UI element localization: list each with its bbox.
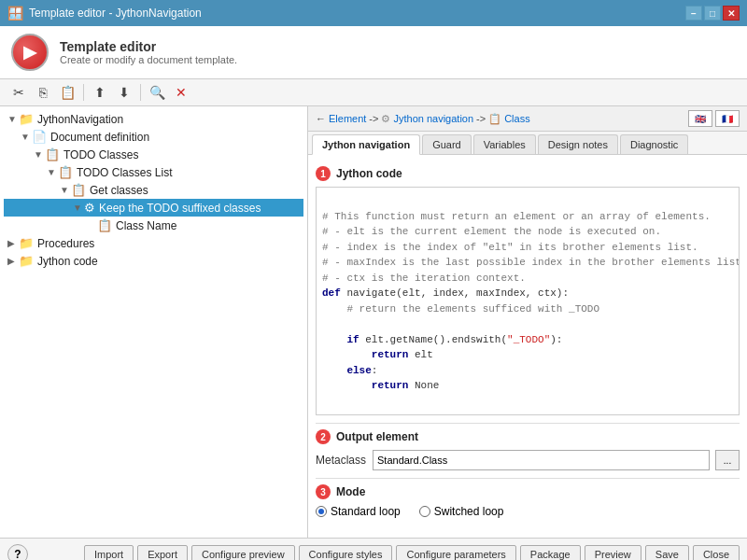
tree-toggle-root[interactable]: ▼ (7, 114, 19, 124)
bottom-bar: ? Import Export Configure preview Config… (0, 538, 747, 560)
app-logo: ▶ (11, 34, 49, 71)
class-link[interactable]: Class (504, 113, 530, 124)
output-element-section-header: 2 Output element (316, 429, 740, 444)
copy-button[interactable]: ⎘ (32, 82, 54, 103)
metaclass-input[interactable] (373, 450, 710, 470)
tree-toggle-procedures[interactable]: ▶ (7, 238, 19, 248)
bottom-action-buttons: Import Export Configure preview Configur… (84, 545, 740, 560)
title-bar: 🪟 Template editor - JythonNavigation − □… (0, 0, 747, 26)
help-button[interactable]: ? (7, 544, 28, 560)
tree-item-docdef[interactable]: ▼📄Document definition (4, 128, 303, 146)
tree-item-root[interactable]: ▼📁JythonNavigation (4, 110, 303, 128)
tree-item-procedures[interactable]: ▶📁Procedures (4, 234, 303, 252)
section-3-number: 3 (316, 484, 331, 499)
title-bar-text: Template editor - JythonNavigation (29, 7, 202, 20)
package-button[interactable]: Package (520, 545, 581, 560)
close-button-bottom[interactable]: Close (693, 545, 740, 560)
metaclass-browse-button[interactable]: ... (715, 450, 740, 470)
divider-2 (316, 478, 740, 479)
metaclass-label: Metaclass (316, 454, 367, 467)
tree-toggle-docdef[interactable]: ▼ (21, 132, 32, 142)
close-button[interactable]: ✕ (723, 6, 740, 21)
flag-fr-button[interactable]: 🇫🇷 (715, 110, 740, 127)
tree-item-jythoncode[interactable]: ▶📁Jython code (4, 252, 303, 270)
flag-uk-button[interactable]: 🇬🇧 (688, 110, 712, 127)
jython-code-editor[interactable]: # This function must return an element o… (316, 187, 740, 415)
tree-toggle-keeptodo[interactable]: ▼ (73, 203, 84, 213)
configure-styles-button[interactable]: Configure styles (299, 545, 393, 560)
jython-nav-link[interactable]: Jython navigation (393, 113, 473, 124)
cut-button[interactable]: ✂ (7, 82, 30, 103)
jython-nav-icon: ⚙ (381, 113, 390, 125)
tab-diagnostic[interactable]: Diagnostic (620, 134, 688, 154)
switched-loop-radio[interactable] (419, 506, 430, 517)
tab-design-notes[interactable]: Design notes (538, 134, 618, 154)
divider-1 (316, 423, 740, 424)
tree-item-todoclasses[interactable]: ▼📋TODO Classes (4, 146, 303, 163)
tab-content: 1 Jython code # This function must retur… (308, 155, 747, 538)
delete-button[interactable]: ✕ (170, 82, 192, 103)
tree-item-getclasses[interactable]: ▼📋Get classes (4, 181, 303, 199)
tree-label-classname: Class Name (116, 219, 176, 232)
configure-parameters-button[interactable]: Configure parameters (396, 545, 515, 560)
tree-toggle-getclasses[interactable]: ▼ (60, 185, 71, 195)
section-1-title: Jython code (336, 167, 402, 180)
preview-button[interactable]: Preview (585, 545, 641, 560)
toolbar-separator-1 (83, 84, 84, 101)
tree-item-classname[interactable]: 📋Class Name (4, 217, 303, 234)
tree-toggle-jythoncode[interactable]: ▶ (7, 256, 19, 266)
tree-icon-todoclasses: 📋 (45, 147, 60, 161)
tree-toggle-todoclasses[interactable]: ▼ (34, 149, 45, 160)
tab-jython-navigation[interactable]: Jython navigation (312, 134, 420, 155)
app-icon: 🪟 (7, 6, 23, 21)
maximize-button[interactable]: □ (704, 6, 721, 21)
tree-item-keeptodo[interactable]: ▼⚙Keep the TODO suffixed classes (4, 199, 303, 217)
switched-loop-option[interactable]: Switched loop (419, 505, 504, 518)
tree-label-todoclasses: TODO Classes (63, 148, 138, 161)
tree-label-getclasses: Get classes (90, 184, 148, 197)
mode-section-header: 3 Mode (316, 484, 740, 499)
tab-guard[interactable]: Guard (422, 134, 472, 154)
main-content: ▼📁JythonNavigation▼📄Document definition▼… (0, 106, 747, 538)
section-3-title: Mode (336, 485, 365, 498)
tab-variables[interactable]: Variables (473, 134, 536, 154)
tree-icon-procedures: 📁 (19, 236, 34, 250)
tree-label-procedures: Procedures (37, 237, 94, 250)
move-up-button[interactable]: ⬆ (89, 82, 111, 103)
window-controls: − □ ✕ (685, 6, 740, 21)
standard-loop-radio[interactable] (316, 506, 327, 517)
metaclass-row: Metaclass ... (316, 450, 740, 470)
move-down-button[interactable]: ⬇ (113, 82, 135, 103)
configure-preview-button[interactable]: Configure preview (191, 545, 295, 560)
tree-container: ▼📁JythonNavigation▼📄Document definition▼… (4, 110, 303, 270)
switched-loop-label: Switched loop (434, 505, 504, 518)
element-link[interactable]: Element (329, 113, 366, 124)
search-button[interactable]: 🔍 (146, 82, 168, 103)
section-2-title: Output element (336, 430, 418, 443)
jython-code-section-header: 1 Jython code (316, 166, 740, 181)
tree-toggle-todoclasslist[interactable]: ▼ (47, 167, 58, 177)
tree-item-todoclasslist[interactable]: ▼📋TODO Classes List (4, 163, 303, 181)
header-title: Template editor (60, 39, 237, 54)
export-button[interactable]: Export (137, 545, 188, 560)
tree-icon-jythoncode: 📁 (19, 254, 34, 268)
standard-loop-label: Standard loop (331, 505, 401, 518)
tree-label-keeptodo: Keep the TODO suffixed classes (99, 202, 261, 215)
standard-loop-option[interactable]: Standard loop (316, 505, 401, 518)
tabs-bar: Jython navigation Guard Variables Design… (308, 132, 747, 155)
tree-icon-classname: 📋 (97, 218, 112, 232)
section-2-number: 2 (316, 429, 331, 444)
tree-icon-todoclasslist: 📋 (58, 165, 73, 179)
tree-label-todoclasslist: TODO Classes List (77, 166, 172, 179)
logo-icon: ▶ (23, 42, 36, 63)
import-button[interactable]: Import (84, 545, 134, 560)
right-panel: ← Element -> ⚙ Jython navigation -> 📋 Cl… (308, 106, 747, 538)
minimize-button[interactable]: − (685, 6, 702, 21)
paste-button[interactable]: 📋 (56, 82, 78, 103)
arrow-icon: ← (316, 113, 326, 124)
language-flags: 🇬🇧 🇫🇷 (688, 110, 740, 127)
tree-panel: ▼📁JythonNavigation▼📄Document definition▼… (0, 106, 308, 538)
save-button[interactable]: Save (645, 545, 689, 560)
header-text: Template editor Create or modify a docum… (60, 39, 237, 65)
tree-icon-root: 📁 (19, 112, 34, 126)
